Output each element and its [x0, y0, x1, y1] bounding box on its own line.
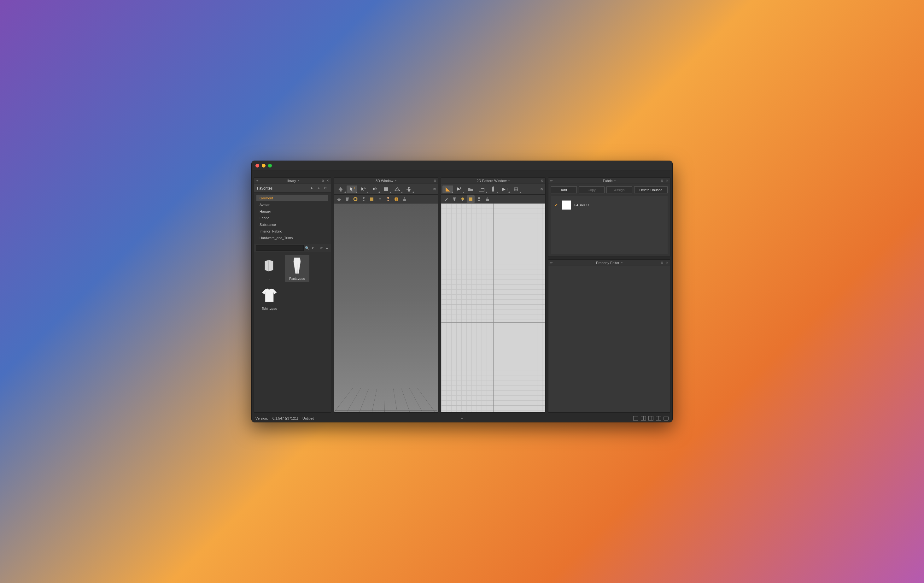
avatar-sync-tool[interactable] [488, 185, 498, 193]
close-icon[interactable]: ✕ [665, 179, 669, 183]
svg-point-11 [492, 187, 494, 188]
category-avatar[interactable]: Avatar [256, 201, 328, 208]
layout-grid-icon[interactable] [656, 416, 661, 421]
library-item-up[interactable]: .. [257, 255, 282, 282]
download-icon[interactable]: ⬇ [309, 186, 314, 190]
fabric-swatch[interactable] [562, 200, 571, 210]
open-folder-tool[interactable] [477, 185, 487, 193]
library-item-tshirt[interactable]: Tshirt.zpac [257, 285, 282, 312]
popout-icon[interactable]: ⧉ [321, 179, 325, 183]
folder-tool[interactable] [465, 185, 476, 193]
delete-unused-button[interactable]: Delete Unused [634, 187, 668, 193]
favorites-label: Favorites [257, 186, 272, 190]
category-interior-fabric[interactable]: Interior_Fabric [256, 228, 328, 235]
filter-chevron-icon[interactable]: ▾ [311, 246, 315, 250]
status-bar: Version: 6.1.547 (r37121) Untitled ▲ [252, 414, 672, 422]
gear-icon[interactable] [351, 195, 359, 203]
window-3d-header[interactable]: 3D Window ▾ ⧉ [334, 178, 438, 184]
garment-2d-icon[interactable] [450, 195, 458, 203]
library-panel: ⇥ Library ▾ ⧉ ✕ Favorites ⬇ ＋ ⟳ [254, 177, 331, 413]
add-icon[interactable]: ＋ [316, 186, 321, 190]
chevron-down-icon[interactable]: ▾ [621, 261, 622, 264]
close-window-button[interactable] [256, 164, 259, 167]
minimize-window-button[interactable] [262, 164, 266, 167]
library-search-input[interactable] [256, 245, 304, 251]
fabric-item[interactable]: ✔ FABRIC 1 [554, 200, 665, 210]
popout-icon[interactable]: ⧉ [660, 179, 664, 183]
popout-icon[interactable]: ⧉ [660, 261, 664, 265]
property-editor-body [548, 266, 670, 412]
toolbar-expand-icon[interactable]: ≋ [540, 187, 543, 192]
fold-tool[interactable] [392, 185, 403, 193]
layout-single-icon[interactable] [633, 416, 638, 421]
search-icon[interactable]: 🔍 [305, 246, 309, 250]
pin-display-icon[interactable] [376, 195, 384, 203]
library-grid: .. Pants.zpac Tshirt.zpac [254, 252, 331, 412]
layout-full-icon[interactable] [663, 416, 668, 421]
sewing-tool[interactable] [499, 185, 510, 193]
garment-display-icon[interactable] [343, 195, 351, 203]
avatar-edit-tool[interactable] [403, 185, 414, 193]
panel-title: Fabric [603, 179, 613, 183]
pin-tool[interactable] [358, 185, 369, 193]
mesh-select-tool[interactable] [369, 185, 380, 193]
layout-2col-icon[interactable] [641, 416, 646, 421]
close-icon[interactable]: ✕ [326, 179, 330, 183]
globe-icon[interactable] [393, 195, 400, 203]
add-fabric-button[interactable]: Add [551, 187, 577, 193]
viewport-3d[interactable] [334, 203, 438, 412]
assign-fabric-button[interactable]: Assign [606, 187, 632, 193]
note-icon[interactable] [467, 195, 475, 203]
check-icon: ✔ [554, 203, 558, 207]
pin-icon[interactable]: ⇤ [549, 261, 553, 265]
simulate-button[interactable] [335, 185, 346, 193]
refresh-icon[interactable]: ⟳ [319, 246, 323, 250]
chevron-down-icon[interactable]: ▾ [298, 179, 299, 182]
skin-color-icon[interactable] [384, 195, 392, 203]
svg-point-13 [461, 198, 464, 200]
chevron-down-icon[interactable]: ▾ [508, 179, 510, 182]
toolbar-2d-main: ≋ [441, 184, 545, 195]
category-substance[interactable]: Substance [256, 221, 328, 228]
bulb-icon[interactable] [459, 195, 467, 203]
select-move-tool[interactable] [346, 185, 357, 193]
chevron-down-icon[interactable]: ▾ [395, 179, 396, 182]
arrangement-tool[interactable] [381, 185, 391, 193]
category-fabric[interactable]: Fabric [256, 215, 328, 221]
library-item-pants[interactable]: Pants.zpac [285, 255, 309, 282]
layout-3col-icon[interactable] [648, 416, 653, 421]
pin-icon[interactable]: ⇤ [549, 179, 553, 183]
property-editor-header[interactable]: ⇤ Property Editor ▾ ⧉ ✕ [548, 259, 670, 266]
library-search-row: 🔍 ▾ ⟳ ≣ [254, 244, 331, 252]
popout-icon[interactable]: ⧉ [540, 179, 544, 183]
axis-vertical [493, 203, 493, 412]
category-hardware-trims[interactable]: Hardware_and_Trims [256, 235, 328, 241]
category-hanger[interactable]: Hanger [256, 208, 328, 215]
box-display-icon[interactable] [368, 195, 376, 203]
surface-icon[interactable] [335, 195, 343, 203]
transform-pattern-tool[interactable] [454, 185, 465, 193]
avatar-display-icon[interactable] [360, 195, 367, 203]
popout-icon[interactable]: ⧉ [433, 179, 437, 183]
close-icon[interactable]: ✕ [665, 261, 669, 265]
expand-up-icon[interactable]: ▲ [460, 416, 464, 420]
fabric-panel-header[interactable]: ⇤ Fabric ▾ ⧉ ✕ [548, 178, 670, 184]
list-view-icon[interactable]: ≣ [325, 246, 329, 250]
library-panel-header[interactable]: ⇥ Library ▾ ⧉ ✕ [254, 178, 331, 184]
export-icon[interactable] [401, 195, 408, 203]
refresh-icon[interactable]: ⟳ [323, 186, 328, 190]
pin-icon[interactable]: ⇥ [255, 179, 259, 183]
export-2d-icon[interactable] [483, 195, 491, 203]
chevron-down-icon[interactable]: ▾ [614, 179, 615, 182]
maximize-window-button[interactable] [268, 164, 272, 167]
avatar-2d-icon[interactable] [475, 195, 483, 203]
category-label: Avatar [259, 203, 270, 206]
window-2d-header[interactable]: 2D Pattern Window ▾ ⧉ [441, 178, 545, 184]
pen-tool-icon[interactable] [442, 195, 450, 203]
category-garment[interactable]: Garment [256, 195, 328, 201]
copy-fabric-button[interactable]: Copy [579, 187, 604, 193]
toolbar-expand-icon[interactable]: ≋ [433, 187, 436, 192]
grid-tool[interactable] [511, 185, 521, 193]
edit-pattern-tool[interactable] [442, 185, 453, 193]
viewport-2d[interactable] [441, 203, 545, 412]
